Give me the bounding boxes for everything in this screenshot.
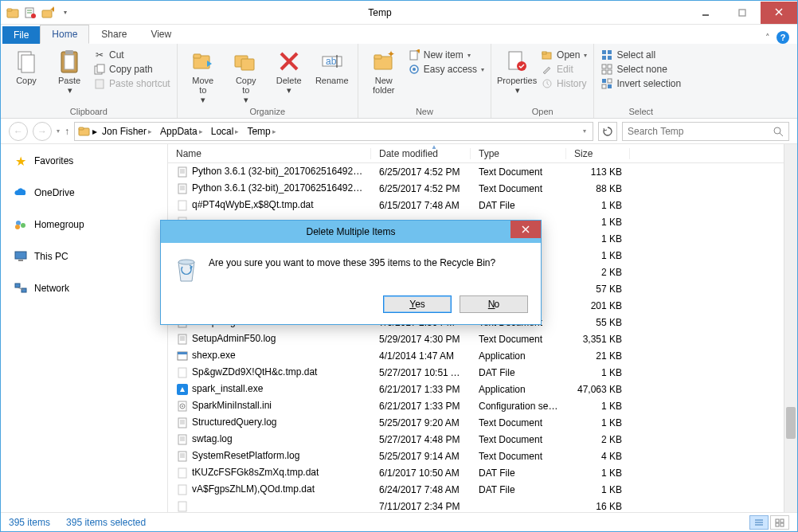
svg-point-35 [413,68,416,71]
rename-button[interactable]: ab Rename [313,47,351,85]
navigation-bar: ← → ▾ ↑ ▸ Jon Fisher▸ AppData▸ Local▸ Te… [1,119,797,144]
edit-button[interactable]: Edit [541,63,587,76]
breadcrumb-segment[interactable]: Local▸ [208,126,243,137]
svg-rect-108 [178,485,186,495]
minimize-button[interactable] [687,2,724,24]
file-icon [176,433,189,446]
view-icons-button[interactable] [770,515,789,530]
paste-shortcut-button[interactable]: Paste shortcut [93,77,170,90]
properties-button[interactable]: Properties▾ [498,47,536,95]
file-row[interactable]: 7/11/2017 2:34 PM16 KB [168,498,797,512]
paste-button[interactable]: Paste▾ [50,47,88,95]
search-input[interactable] [628,126,773,137]
breadcrumb-segment[interactable]: Temp▸ [244,126,279,137]
svg-rect-21 [194,54,201,58]
cut-button[interactable]: ✂Cut [93,49,170,61]
svg-point-55 [774,127,780,134]
svg-point-59 [15,225,20,229]
tab-share[interactable]: Share [89,25,139,44]
move-to-button[interactable]: Moveto▾ [184,47,222,104]
file-row[interactable]: spark_install.exe6/21/2017 1:33 PMApplic… [168,381,797,397]
svg-rect-43 [602,56,606,60]
new-folder-button[interactable]: ✦ Newfolder [365,47,403,95]
search-icon[interactable] [773,126,784,137]
copy-to-button[interactable]: Copyto▾ [227,47,265,104]
refresh-button[interactable] [598,122,617,141]
svg-rect-114 [780,519,784,522]
file-row[interactable]: StructuredQuery.log5/25/2017 9:20 AMText… [168,414,797,431]
file-icon [176,366,189,379]
select-none-button[interactable]: Select none [600,63,681,76]
file-icon [176,500,189,513]
qat-dropdown-icon[interactable]: ▾ [58,6,72,20]
file-row[interactable]: Python 3.6.1 (32-bit)_20170625164927_00.… [168,163,797,180]
svg-line-56 [780,133,783,136]
sidebar-item-network[interactable]: Network [1,278,167,299]
close-button[interactable] [761,2,797,24]
svg-rect-47 [602,70,606,74]
maximize-button[interactable] [724,2,761,24]
open-button[interactable]: Open▾ [541,49,587,61]
svg-text:✦: ✦ [49,6,54,15]
svg-rect-107 [178,468,186,478]
breadcrumb-segment[interactable]: AppData▸ [157,126,206,137]
copy-button[interactable]: Copy [7,47,45,85]
ribbon-tabs: File Home Share View ˄ ? [1,25,797,44]
copy-path-button[interactable]: Copy path [93,63,170,76]
file-row[interactable]: shexp.exe4/1/2014 1:47 AMApplication21 K… [168,347,797,364]
forward-button[interactable]: → [33,122,52,141]
collapse-ribbon-icon[interactable]: ˄ [765,33,770,43]
tab-file[interactable]: File [2,26,40,44]
file-row[interactable]: Sp&gwZDd9X!QtH&c.tmp.dat5/27/2017 10:51 … [168,364,797,381]
file-row[interactable]: tKUZcFSFGk8sZmXq.tmp.dat6/1/2017 10:50 A… [168,464,797,481]
qat-properties-icon[interactable] [23,6,37,20]
homegroup-icon [14,217,28,232]
history-button[interactable]: History [541,77,587,90]
file-row[interactable]: swtag.log5/27/2017 4:48 PMText Document2… [168,431,797,448]
tab-home[interactable]: Home [40,25,89,44]
sidebar-item-onedrive[interactable]: OneDrive [1,182,167,203]
status-selected: 395 items selected [66,517,146,528]
file-row[interactable]: SystemResetPlatform.log5/25/2017 9:14 AM… [168,448,797,464]
group-new: ✦ Newfolder ✦New item▾ Easy access▾ New [358,44,491,118]
svg-rect-103 [178,452,186,461]
qat-newfolder-icon[interactable]: ✦ [41,6,55,20]
column-name[interactable]: Name [168,148,371,159]
breadcrumb-segment[interactable]: Jon Fisher▸ [99,126,155,137]
column-type[interactable]: Type [471,148,566,159]
view-details-button[interactable] [749,515,769,530]
file-row[interactable]: SparkMiniInstall.ini6/21/2017 1:33 PMCon… [168,397,797,414]
dialog-title-bar[interactable]: Delete Multiple Items [161,221,541,243]
sort-indicator-icon: ▲ [431,143,437,151]
delete-button[interactable]: Delete▾ [270,47,308,95]
svg-rect-115 [776,523,779,526]
search-box[interactable] [622,122,789,141]
file-row[interactable]: q#PT4qWybE,x$8Qt.tmp.dat6/15/2017 7:48 A… [168,197,797,213]
scrollbar-thumb[interactable] [786,407,796,439]
easy-access-button[interactable]: Easy access▾ [408,63,484,76]
vertical-scrollbar[interactable] [784,144,797,512]
column-date[interactable]: Date modified [371,148,471,159]
dialog-close-button[interactable] [510,221,541,238]
column-size[interactable]: Size [566,148,630,159]
breadcrumb-dropdown-icon[interactable]: ▾ [580,127,589,135]
up-button[interactable]: ↑ [65,126,69,137]
file-row[interactable]: Python 3.6.1 (32-bit)_20170625164927_01.… [168,180,797,197]
chevron-right-icon[interactable]: ▸ [92,126,97,137]
help-icon[interactable]: ? [776,31,789,44]
invert-selection-button[interactable]: Invert selection [600,77,681,90]
back-button[interactable]: ← [9,122,28,141]
yes-button[interactable]: Yes [383,295,452,313]
sidebar-item-thispc[interactable]: This PC [1,246,167,267]
svg-rect-46 [608,65,612,68]
tab-view[interactable]: View [139,25,183,44]
breadcrumb[interactable]: ▸ Jon Fisher▸ AppData▸ Local▸ Temp▸ ▾ [74,122,593,141]
sidebar-item-homegroup[interactable]: Homegroup [1,214,167,235]
file-row[interactable]: vA$FgpsZhLM),QOd.tmp.dat6/24/2017 7:48 A… [168,481,797,498]
new-item-button[interactable]: ✦New item▾ [408,49,484,61]
history-dropdown-icon[interactable]: ▾ [57,127,60,135]
sidebar-item-favorites[interactable]: ★ Favorites [1,151,167,171]
select-all-button[interactable]: Select all [600,49,681,61]
no-button[interactable]: No [460,295,528,313]
file-row[interactable]: SetupAdminF50.log5/29/2017 4:30 PMText D… [168,331,797,347]
